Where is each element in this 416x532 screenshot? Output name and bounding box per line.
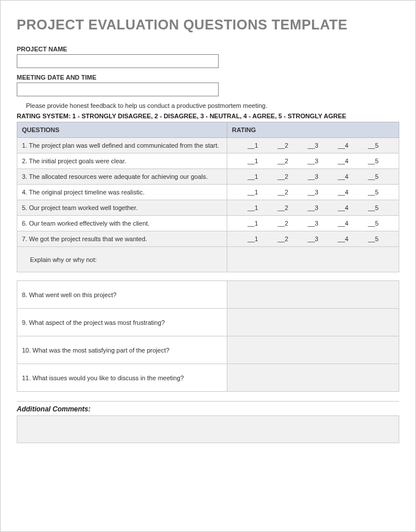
- rating-option[interactable]: __4: [338, 173, 348, 180]
- open-question-text: 10. What was the most satisfying part of…: [17, 336, 227, 364]
- meeting-label: MEETING DATE AND TIME: [17, 74, 399, 81]
- open-question-answer[interactable]: [227, 336, 399, 364]
- rating-option[interactable]: __2: [278, 220, 288, 227]
- rating-cell: __1__2__3__4__5: [227, 153, 399, 169]
- rating-option[interactable]: __1: [248, 204, 258, 211]
- rating-option[interactable]: __2: [278, 189, 288, 196]
- rating-option[interactable]: __2: [278, 235, 288, 242]
- question-text: 4. The original project timeline was rea…: [17, 185, 227, 200]
- rating-option[interactable]: __2: [278, 173, 288, 180]
- question-text: 6. Our team worked effectively with the …: [17, 216, 227, 231]
- rating-option[interactable]: __4: [338, 189, 348, 196]
- open-question-answer[interactable]: [227, 364, 399, 392]
- open-question-answer[interactable]: [227, 281, 399, 309]
- project-name-group: PROJECT NAME: [17, 46, 399, 68]
- rating-cell: __1__2__3__4__5: [227, 169, 399, 185]
- rating-system-text: RATING SYSTEM: 1 - STRONGLY DISAGREE, 2 …: [17, 113, 399, 119]
- rating-option[interactable]: __4: [338, 204, 348, 211]
- rating-cell: __1__2__3__4__5: [227, 200, 399, 216]
- rating-option[interactable]: __3: [308, 235, 318, 242]
- rating-option[interactable]: __2: [278, 158, 288, 164]
- rating-option[interactable]: __4: [338, 220, 348, 227]
- additional-comments-box[interactable]: [17, 415, 399, 443]
- question-text: 5. Our project team worked well together…: [17, 200, 227, 216]
- rated-questions-table: QUESTIONS RATING 1. The project plan was…: [17, 122, 399, 272]
- rating-option[interactable]: __2: [278, 142, 288, 149]
- rating-option[interactable]: __5: [368, 173, 378, 180]
- explain-answer[interactable]: [227, 247, 399, 272]
- header-rating: RATING: [227, 122, 399, 138]
- rating-option[interactable]: __3: [308, 142, 318, 149]
- project-name-input[interactable]: [17, 54, 219, 68]
- rating-option[interactable]: __1: [248, 142, 258, 149]
- rating-option[interactable]: __5: [368, 158, 378, 164]
- meeting-input[interactable]: [17, 83, 219, 96]
- rating-option[interactable]: __2: [278, 204, 288, 211]
- explain-label: Explain why or why not:: [17, 247, 227, 272]
- question-text: 3. The allocated resources were adequate…: [17, 169, 227, 185]
- meeting-group: MEETING DATE AND TIME: [17, 74, 399, 96]
- rating-option[interactable]: __4: [338, 142, 348, 149]
- rating-option[interactable]: __3: [308, 204, 318, 211]
- rating-option[interactable]: __3: [308, 220, 318, 227]
- rating-option[interactable]: __5: [368, 142, 378, 149]
- open-question-answer[interactable]: [227, 309, 399, 336]
- open-question-text: 11. What issues would you like to discus…: [17, 364, 227, 392]
- open-questions-table: 8. What went well on this project?9. Wha…: [17, 280, 399, 392]
- rating-option[interactable]: __5: [368, 204, 378, 211]
- rating-option[interactable]: __4: [338, 158, 348, 164]
- page: PROJECT EVALUATION QUESTIONS TEMPLATE PR…: [0, 0, 416, 532]
- rating-cell: __1__2__3__4__5: [227, 138, 399, 153]
- rating-option[interactable]: __1: [248, 235, 258, 242]
- rating-option[interactable]: __1: [248, 158, 258, 164]
- question-text: 2. The initial project goals were clear.: [17, 153, 227, 169]
- open-question-text: 8. What went well on this project?: [17, 281, 227, 309]
- rating-option[interactable]: __5: [368, 235, 378, 242]
- rating-option[interactable]: __3: [308, 158, 318, 164]
- additional-comments-label: Additional Comments:: [17, 401, 399, 413]
- rating-cell: __1__2__3__4__5: [227, 231, 399, 247]
- rating-cell: __1__2__3__4__5: [227, 216, 399, 231]
- open-question-text: 9. What aspect of the project was most f…: [17, 309, 227, 336]
- question-text: 1. The project plan was well defined and…: [17, 138, 227, 153]
- rating-option[interactable]: __3: [308, 173, 318, 180]
- rating-option[interactable]: __1: [248, 220, 258, 227]
- instruction-text: Please provide honest feedback to help u…: [26, 102, 399, 109]
- rating-option[interactable]: __5: [368, 220, 378, 227]
- rating-option[interactable]: __3: [308, 189, 318, 196]
- page-title: PROJECT EVALUATION QUESTIONS TEMPLATE: [17, 17, 399, 33]
- rating-option[interactable]: __1: [248, 173, 258, 180]
- header-questions: QUESTIONS: [17, 122, 227, 138]
- question-text: 7. We got the project results that we wa…: [17, 231, 227, 247]
- rating-option[interactable]: __5: [368, 189, 378, 196]
- rating-option[interactable]: __1: [248, 189, 258, 196]
- rating-cell: __1__2__3__4__5: [227, 185, 399, 200]
- rating-option[interactable]: __4: [338, 235, 348, 242]
- project-name-label: PROJECT NAME: [17, 46, 399, 53]
